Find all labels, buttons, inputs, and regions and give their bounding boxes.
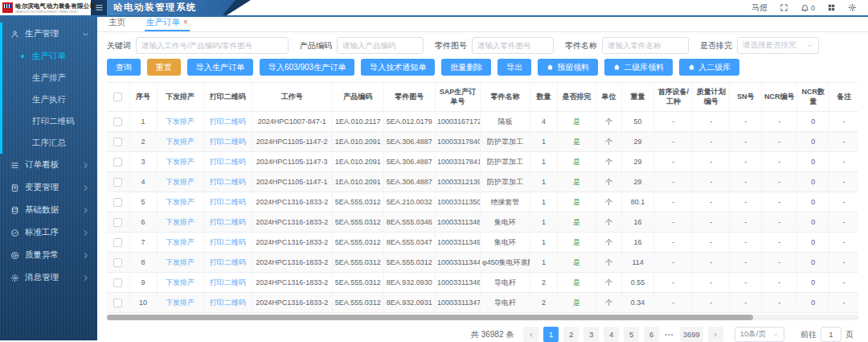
dispatch-link[interactable]: 下发排产 bbox=[166, 138, 194, 146]
action-button-2[interactable]: 导入生产订单 bbox=[187, 59, 253, 76]
action-button-label: 二级库领料 bbox=[624, 62, 664, 73]
action-button-4[interactable]: 导入技术通知单 bbox=[361, 59, 435, 76]
horizontal-scrollbar[interactable] bbox=[107, 315, 858, 320]
page-button-5[interactable]: 5 bbox=[624, 327, 639, 342]
pagination-total: 共 36982 条 bbox=[471, 329, 514, 340]
sidebar-item-2[interactable]: 变更管理 bbox=[0, 176, 97, 199]
column-header-label: 是否排完 bbox=[563, 93, 592, 101]
action-button-label: 导入技术通知单 bbox=[370, 62, 426, 73]
dispatch-link[interactable]: 下发排产 bbox=[166, 299, 194, 307]
print-qr-link[interactable]: 打印二维码 bbox=[210, 138, 246, 146]
print-qr-link[interactable]: 打印二维码 bbox=[210, 218, 246, 226]
page-size-select[interactable]: 10条/页 bbox=[735, 327, 784, 342]
print-qr-link[interactable]: 打印二维码 bbox=[210, 117, 246, 126]
column-header-10: 单位 bbox=[596, 83, 622, 112]
row-checkbox[interactable] bbox=[113, 117, 122, 126]
chevron-down-icon bbox=[806, 42, 813, 49]
company-name-en: HARBIN ELECTRIC POWER EQUIPMENT COMPANY … bbox=[15, 10, 88, 14]
dispatch-link[interactable]: 下发排产 bbox=[166, 258, 194, 266]
row-checkbox[interactable] bbox=[113, 218, 122, 227]
filter-input-1[interactable] bbox=[337, 37, 424, 54]
page-button-3[interactable]: 3 bbox=[583, 327, 599, 342]
sidebar-item-5[interactable]: 质量异常 bbox=[0, 244, 97, 266]
sidebar-subitem-0-4[interactable]: 工序汇总 bbox=[2, 132, 97, 154]
goto-page-input[interactable] bbox=[821, 327, 841, 342]
action-button-9[interactable]: 入二级库 bbox=[679, 59, 739, 76]
header-checkbox[interactable] bbox=[113, 93, 122, 101]
column-header-9: 是否排完 bbox=[558, 83, 596, 112]
sidebar-subitem-0-0[interactable]: 生产订单 bbox=[2, 45, 97, 67]
action-button-0[interactable]: 查询 bbox=[107, 59, 141, 76]
action-button-5[interactable]: 批量删除 bbox=[441, 59, 491, 76]
dispatch-link[interactable]: 下发排产 bbox=[166, 238, 194, 246]
sidebar-collapse-icon[interactable] bbox=[95, 3, 104, 12]
dispatch-link[interactable]: 下发排产 bbox=[166, 198, 194, 206]
filter-input-2[interactable] bbox=[472, 37, 554, 54]
sidebar-item-1[interactable]: 订单看板 bbox=[0, 154, 97, 176]
row-checkbox[interactable] bbox=[113, 258, 122, 267]
dispatch-link[interactable]: 下发排产 bbox=[166, 158, 194, 166]
page-button-6[interactable]: 6 bbox=[644, 327, 659, 342]
apps-grid-icon[interactable] bbox=[827, 3, 836, 12]
print-qr-link[interactable]: 打印二维码 bbox=[210, 178, 246, 186]
scrollbar-thumb[interactable] bbox=[107, 315, 753, 320]
action-button-1[interactable]: 重置 bbox=[147, 59, 181, 76]
settings-gear-icon[interactable] bbox=[848, 3, 857, 12]
notification-button[interactable]: 0 bbox=[800, 3, 815, 12]
sidebar-item-0[interactable]: 生产管理 bbox=[2, 23, 97, 45]
cell: 1 bbox=[530, 152, 557, 172]
page-button-1[interactable]: 1 bbox=[543, 327, 559, 342]
scheduled-filter-select[interactable]: 请选择是否排完 bbox=[737, 37, 819, 54]
tab-close-icon[interactable]: × bbox=[183, 19, 188, 27]
print-qr-link[interactable]: 打印二维码 bbox=[210, 158, 246, 166]
list-icon bbox=[10, 161, 19, 170]
row-checkbox[interactable] bbox=[113, 299, 122, 307]
cell: 16 bbox=[622, 233, 654, 253]
pagination-ellipsis[interactable]: ••• bbox=[664, 331, 674, 338]
row-checkbox[interactable] bbox=[113, 138, 122, 146]
dispatch-link[interactable]: 下发排产 bbox=[166, 178, 194, 186]
print-qr-link[interactable]: 打印二维码 bbox=[210, 299, 246, 307]
sidebar-subitem-label: 生产排产 bbox=[32, 72, 66, 84]
row-checkbox[interactable] bbox=[113, 178, 122, 187]
print-qr-link[interactable]: 打印二维码 bbox=[210, 198, 246, 206]
action-button-7[interactable]: 预留领料 bbox=[538, 59, 598, 76]
row-checkbox[interactable] bbox=[113, 158, 122, 167]
page-button-last[interactable]: 3699 bbox=[680, 327, 703, 342]
prev-page-button[interactable] bbox=[523, 327, 538, 342]
sidebar-item-4[interactable]: 标准工序 bbox=[0, 221, 97, 244]
print-qr-link[interactable]: 打印二维码 bbox=[210, 278, 246, 286]
print-qr-link[interactable]: 打印二维码 bbox=[210, 238, 246, 246]
dispatch-link[interactable]: 下发排产 bbox=[166, 218, 194, 226]
sidebar-subitem-0-2[interactable]: 生产执行 bbox=[2, 89, 97, 110]
user-name[interactable]: 马煜 bbox=[751, 2, 768, 14]
page-button-4[interactable]: 4 bbox=[604, 327, 619, 342]
filter-input-3[interactable] bbox=[602, 37, 689, 54]
filter-input-0[interactable] bbox=[136, 37, 289, 54]
sidebar-subitem-0-3[interactable]: 打印二维码 bbox=[2, 110, 97, 132]
action-button-3[interactable]: 导入603/903生产订单 bbox=[260, 59, 354, 76]
tab-production-order[interactable]: 生产订单 × bbox=[145, 15, 190, 31]
sidebar-subitem-0-1[interactable]: 生产排产 bbox=[2, 67, 97, 89]
row-checkbox[interactable] bbox=[113, 198, 122, 207]
print-qr-link[interactable]: 打印二维码 bbox=[210, 258, 246, 266]
row-checkbox[interactable] bbox=[113, 238, 122, 247]
cell: 是 bbox=[558, 212, 596, 233]
fullscreen-icon[interactable] bbox=[780, 3, 788, 12]
dispatch-link[interactable]: 下发排产 bbox=[166, 278, 194, 286]
chevron-right-icon bbox=[81, 274, 90, 282]
action-button-8[interactable]: 二级库领料 bbox=[604, 59, 673, 76]
column-header-label: 单位 bbox=[602, 93, 616, 101]
action-button-6[interactable]: 导出 bbox=[497, 59, 531, 76]
page-button-2[interactable]: 2 bbox=[563, 327, 579, 342]
next-page-button[interactable] bbox=[708, 327, 723, 342]
sidebar-item-3[interactable]: 基础数据 bbox=[0, 199, 97, 221]
dispatch-link[interactable]: 下发排产 bbox=[166, 117, 194, 126]
cell: 5EA.555.0312 bbox=[332, 273, 383, 293]
table-row: 2下发排产打印二维码2024HPC1105-1147-21EA.010.2091… bbox=[107, 132, 858, 152]
tab-home[interactable]: 主页 bbox=[107, 15, 127, 31]
chevron-down-icon bbox=[81, 30, 90, 39]
sidebar-item-6[interactable]: 消息管理 bbox=[0, 266, 97, 289]
row-checkbox[interactable] bbox=[113, 278, 122, 287]
sidebar-group-1: 订单看板 bbox=[0, 154, 97, 176]
